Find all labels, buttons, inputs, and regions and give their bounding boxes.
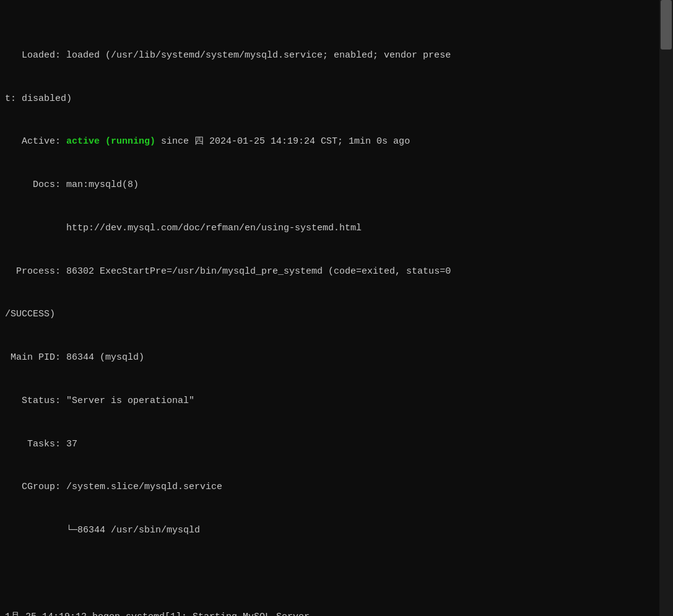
line-7: /SUCCESS) [5, 307, 654, 321]
line-14: 1月 25 14:19:12 bogon systemd[1]: Startin… [5, 610, 654, 617]
line-5: http://dev.mysql.com/doc/refman/en/using… [5, 221, 654, 235]
scrollbar[interactable] [659, 0, 673, 616]
line-1: Loaded: loaded (/usr/lib/systemd/system/… [5, 48, 654, 63]
line-11: CGroup: /system.slice/mysqld.service [5, 480, 654, 494]
scrollbar-thumb[interactable] [661, 0, 672, 50]
terminal-window: Loaded: loaded (/usr/lib/systemd/system/… [0, 0, 673, 616]
terminal-output: Loaded: loaded (/usr/lib/systemd/system/… [0, 5, 659, 616]
line-blank-1 [5, 566, 654, 581]
line-6: Process: 86302 ExecStartPre=/usr/bin/mys… [5, 264, 654, 279]
line-9: Status: "Server is operational" [5, 394, 654, 408]
line-8: Main PID: 86344 (mysqld) [5, 350, 654, 365]
line-3: Active: active (running) since 四 2024-01… [5, 134, 654, 149]
line-2: t: disabled) [5, 92, 654, 106]
line-10: Tasks: 37 [5, 437, 654, 451]
active-status: active (running) [66, 136, 155, 147]
line-4: Docs: man:mysqld(8) [5, 178, 654, 192]
line-12: └─86344 /usr/sbin/mysqld [5, 523, 654, 537]
